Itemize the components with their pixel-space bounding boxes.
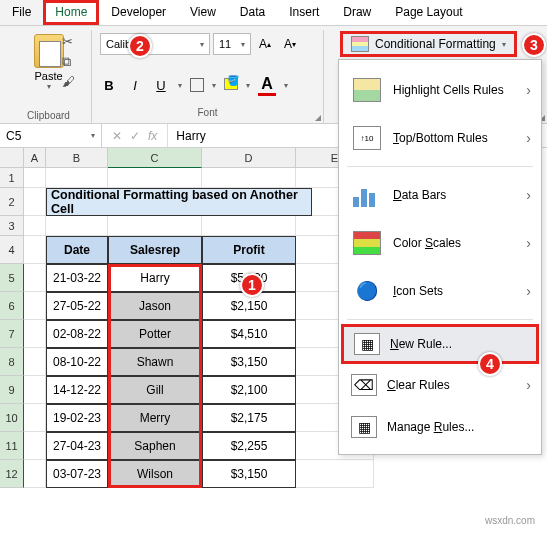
cancel-icon[interactable]: ✕ [112,129,122,143]
data-cell[interactable]: Shawn [108,348,202,376]
fx-icon[interactable]: fx [148,129,157,143]
paste-dropdown-caret[interactable]: ▾ [47,82,51,91]
data-cell[interactable]: $2,175 [202,404,296,432]
enter-icon[interactable]: ✓ [130,129,140,143]
data-cell[interactable]: $2,255 [202,432,296,460]
fill-color-button[interactable]: 🪣 [224,76,238,94]
row-header-7[interactable]: 7 [0,320,24,348]
data-cell[interactable]: Gill [108,376,202,404]
data-cell[interactable]: 27-04-23 [46,432,108,460]
conditional-formatting-button[interactable]: Conditional Formatting ▾ [340,31,517,57]
menu-view[interactable]: View [178,0,228,25]
col-header-B[interactable]: B [46,148,108,168]
data-cell[interactable]: $2,100 [202,376,296,404]
cf-highlight-rules[interactable]: Highlight Cells Rules [339,66,541,114]
header-salesrep[interactable]: Salesrep [108,236,202,264]
row-header-8[interactable]: 8 [0,348,24,376]
font-launcher[interactable] [315,115,321,121]
cf-top-bottom-rules[interactable]: ↑10 Top/Bottom Rules [339,114,541,162]
row-header-6[interactable]: 6 [0,292,24,320]
select-all-corner[interactable] [0,148,24,168]
conditional-formatting-label: Conditional Formatting [375,37,496,51]
data-cell[interactable]: $4,510 [202,320,296,348]
copy-icon[interactable]: ⧉ [62,54,80,70]
data-bars-icon [353,183,381,207]
data-cell[interactable]: 14-12-22 [46,376,108,404]
menu-bar: File Home Developer View Data Insert Dra… [0,0,547,26]
cf-clear-label: Clear Rules [387,378,529,392]
data-cell[interactable]: 08-10-22 [46,348,108,376]
cf-manage-rules[interactable]: ▦ Manage Rules... [339,406,541,448]
font-size-select[interactable]: 11 ▾ [213,33,251,55]
menu-data[interactable]: Data [228,0,277,25]
cut-icon[interactable]: ✂ [62,34,80,50]
font-color-button[interactable]: A [258,75,276,96]
watermark: wsxdn.com [485,515,535,526]
data-cell[interactable]: Saphen [108,432,202,460]
cf-new-rule[interactable]: ▦ New Rule... [341,324,539,364]
data-cell[interactable]: Harry [108,264,202,292]
increase-font-button[interactable]: A▴ [254,33,276,55]
cf-color-scales[interactable]: Color Scales [339,219,541,267]
data-cell[interactable]: Jason [108,292,202,320]
menu-insert[interactable]: Insert [277,0,331,25]
cf-topbottom-label: Top/Bottom Rules [393,131,529,145]
row-header-1[interactable]: 1 [0,168,24,188]
menu-developer[interactable]: Developer [99,0,178,25]
title-cell[interactable]: Conditional Formatting based on Another … [46,188,312,216]
border-button[interactable] [190,78,204,92]
decrease-font-button[interactable]: A▾ [279,33,301,55]
clipboard-group: Paste ▾ ✂ ⧉ 🖌 Clipboard [6,30,92,123]
data-cell[interactable]: Potter [108,320,202,348]
underline-caret-icon[interactable]: ▾ [178,81,182,90]
name-box[interactable]: C5 ▾ [0,124,102,147]
name-box-value: C5 [6,129,21,143]
format-painter-icon[interactable]: 🖌 [62,74,80,90]
cf-highlight-label: Highlight Cells Rules [393,83,529,97]
callout-1: 1 [240,273,264,297]
row-header-5[interactable]: 5 [0,264,24,292]
cf-databars-label: Data Bars [393,188,529,202]
col-header-C[interactable]: C [108,148,202,168]
paste-label: Paste [34,70,62,82]
col-header-A[interactable]: A [24,148,46,168]
menu-draw[interactable]: Draw [331,0,383,25]
fill-caret-icon[interactable]: ▾ [246,81,250,90]
data-cell[interactable]: 03-07-23 [46,460,108,488]
data-cell[interactable]: 21-03-22 [46,264,108,292]
row-header-2[interactable]: 2 [0,188,24,216]
data-cell[interactable]: Wilson [108,460,202,488]
header-profit[interactable]: Profit [202,236,296,264]
cf-iconsets-label: Icon Sets [393,284,529,298]
cf-icon-sets[interactable]: 🔵 Icon Sets [339,267,541,315]
menu-home[interactable]: Home [43,0,99,25]
data-cell[interactable]: 27-05-22 [46,292,108,320]
menu-file[interactable]: File [0,0,43,25]
callout-4: 4 [478,352,502,376]
border-caret-icon[interactable]: ▾ [212,81,216,90]
menu-pagelayout[interactable]: Page Layout [383,0,474,25]
row-header-3[interactable]: 3 [0,216,24,236]
font-group: Calibri ▾ 11 ▾ A▴ A▾ B I U ▾ ▾ 🪣 ▾ A ▾ F… [92,30,324,123]
bold-button[interactable]: B [100,78,118,93]
row-header-12[interactable]: 12 [0,460,24,488]
row-header-10[interactable]: 10 [0,404,24,432]
underline-button[interactable]: U [152,78,170,93]
data-cell[interactable]: $3,150 [202,348,296,376]
cells-area[interactable]: Conditional Formatting based on Another … [24,168,390,488]
col-header-D[interactable]: D [202,148,296,168]
data-cell[interactable]: $3,150 [202,460,296,488]
italic-button[interactable]: I [126,78,144,93]
cf-clear-rules[interactable]: ⌫ Clear Rules [339,364,541,406]
row-header-4[interactable]: 4 [0,236,24,264]
header-date[interactable]: Date [46,236,108,264]
font-name-select[interactable]: Calibri ▾ [100,33,210,55]
row-header-11[interactable]: 11 [0,432,24,460]
row-header-9[interactable]: 9 [0,376,24,404]
data-cell[interactable]: 19-02-23 [46,404,108,432]
data-cell[interactable]: Merry [108,404,202,432]
formula-value: Harry [176,129,205,143]
data-cell[interactable]: 02-08-22 [46,320,108,348]
font-color-caret-icon[interactable]: ▾ [284,81,288,90]
cf-data-bars[interactable]: Data Bars [339,171,541,219]
